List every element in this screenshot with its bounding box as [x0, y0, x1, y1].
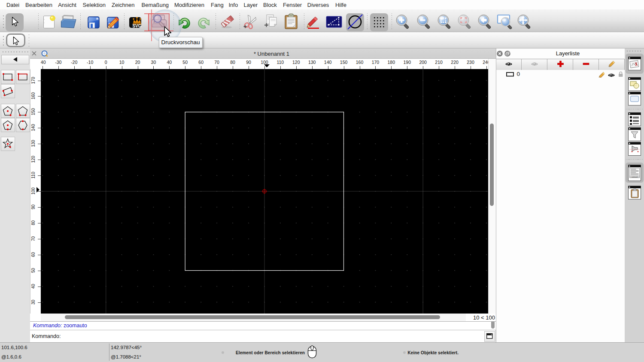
svg-text:command: command	[632, 176, 638, 178]
svg-text:SVG: SVG	[132, 24, 141, 28]
